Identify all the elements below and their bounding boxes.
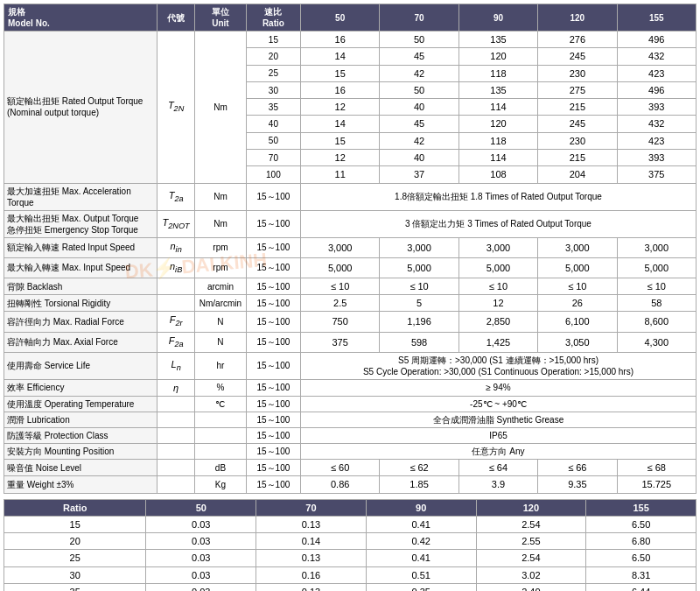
- ratio-25: 25: [246, 65, 300, 81]
- bottom-header-120: 120: [476, 499, 586, 516]
- header-120: 120: [538, 4, 617, 32]
- efficiency-value: ≥ 94%: [300, 379, 696, 396]
- axial-force-label: 容許軸向力 Max. Axial Force: [4, 332, 158, 352]
- ratio-50: 50: [246, 132, 300, 149]
- table-row: 容許軸向力 Max. Axial Force F2a N 15～100 375 …: [4, 332, 696, 352]
- bottom-table-wrap: Ratio 50 70 90 120 155 15 0.03 0.13 0.41…: [4, 499, 696, 591]
- bottom-ratio-20: 20: [4, 533, 146, 550]
- table-row: 最大加速扭矩 Max. Acceleration Torque T2a Nm 1…: [4, 183, 696, 210]
- main-container: 規格Model No. 代號 單位Unit 速比Ratio 50 70 90 1…: [0, 0, 700, 591]
- cell-15-155: 496: [617, 32, 696, 48]
- bottom-header-50: 50: [146, 499, 256, 516]
- rated-torque-label: 額定輸出扭矩 Rated Output Torque(Nominal outpu…: [4, 32, 158, 184]
- max-accel-value: 1.8倍額定輸出扭矩 1.8 Times of Rated Output Tor…: [300, 183, 696, 210]
- cell-15-120: 276: [538, 32, 617, 48]
- rated-torque-symbol: T2N: [158, 32, 195, 184]
- header-90: 90: [458, 4, 537, 32]
- temp-label: 使用溫度 Operating Temperature: [4, 397, 158, 412]
- header-ratio: 速比Ratio: [246, 4, 300, 32]
- emergency-label: 最大輸出扭矩 Max. Output Torque急停扭矩 Emergency …: [4, 210, 158, 237]
- noise-label: 噪音值 Noise Level: [4, 460, 158, 476]
- table-row: 15 0.03 0.13 0.41 2.54 6.50: [4, 516, 696, 532]
- radial-force-label: 容許徑向力 Max. Radial Force: [4, 312, 158, 332]
- torsional-label: 扭轉剛性 Torsional Rigidity: [4, 295, 158, 312]
- header-50: 50: [300, 4, 379, 32]
- cell-15-90: 135: [458, 32, 537, 48]
- rated-torque-unit: Nm: [195, 32, 247, 184]
- protection-value: IP65: [300, 428, 696, 444]
- table-row: 噪音值 Noise Level dB 15～100 ≤ 60 ≤ 62 ≤ 64…: [4, 460, 696, 476]
- ratio-20: 20: [246, 48, 300, 65]
- table-row: 潤滑 Lubrication 15～100 全合成潤滑油脂 Synthetic …: [4, 412, 696, 428]
- service-life-label: 使用壽命 Service Life: [4, 352, 158, 379]
- efficiency-label: 效率 Efficiency: [4, 379, 158, 396]
- ratio-30: 30: [246, 81, 300, 98]
- temp-value: -25℃ ~ +90℃: [300, 397, 696, 412]
- header-code: 代號: [158, 4, 195, 32]
- spec-table: 規格Model No. 代號 單位Unit 速比Ratio 50 70 90 1…: [4, 4, 696, 494]
- bottom-header-155: 155: [586, 499, 696, 516]
- top-table-wrap: 規格Model No. 代號 單位Unit 速比Ratio 50 70 90 1…: [4, 4, 696, 494]
- header-70: 70: [380, 4, 458, 32]
- table-row: 扭轉剛性 Torsional Rigidity Nm/arcmin 15～100…: [4, 295, 696, 312]
- table-row: 35 0.03 0.13 0.35 2.40 6.44: [4, 584, 696, 591]
- table-row: 防護等級 Protection Class 15～100 IP65: [4, 428, 696, 444]
- bottom-ratio-25: 25: [4, 550, 146, 566]
- bottom-header-70: 70: [256, 499, 367, 516]
- table-row: 容許徑向力 Max. Radial Force F2r N 15～100 750…: [4, 312, 696, 332]
- bottom-ratio-15: 15: [4, 516, 146, 532]
- table-row: 20 0.03 0.14 0.42 2.55 6.80: [4, 533, 696, 550]
- table-row: 重量 Weight ±3% Kg 15～100 0.86 1.85 3.9 9.…: [4, 476, 696, 493]
- mounting-label: 安裝方向 Mounting Position: [4, 444, 158, 460]
- bottom-ratio-35: 35: [4, 584, 146, 591]
- header-unit: 單位Unit: [195, 4, 247, 32]
- cell-15-50: 16: [300, 32, 379, 48]
- weight-label: 重量 Weight ±3%: [4, 476, 158, 493]
- table-row: 使用溫度 Operating Temperature ℃ 15～100 -25℃…: [4, 397, 696, 412]
- ratio-15: 15: [246, 32, 300, 48]
- rated-input-speed-label: 額定輸入轉速 Rated Input Speed: [4, 237, 158, 257]
- bottom-ratio-30: 30: [4, 566, 146, 583]
- bottom-header-90: 90: [366, 499, 476, 516]
- table-row: 額定輸入轉速 Rated Input Speed nin rpm 15～100 …: [4, 237, 696, 257]
- ratio-35: 35: [246, 99, 300, 116]
- backlash-label: 背隙 Backlash: [4, 278, 158, 294]
- table-row: 30 0.03 0.16 0.51 3.02 8.31: [4, 566, 696, 583]
- header-spec: 規格Model No.: [4, 4, 158, 32]
- protection-label: 防護等級 Protection Class: [4, 428, 158, 444]
- bottom-header-ratio: Ratio: [4, 499, 146, 516]
- table-row: 額定輸出扭矩 Rated Output Torque(Nominal outpu…: [4, 32, 696, 48]
- table-row: 最大輸入轉速 Max. Input Speed niB rpm 15～100 5…: [4, 257, 696, 278]
- mounting-value: 任意方向 Any: [300, 444, 696, 460]
- table-row: 最大輸出扭矩 Max. Output Torque急停扭矩 Emergency …: [4, 210, 696, 237]
- ratio-40: 40: [246, 116, 300, 132]
- service-life-value: S5 周期運轉：>30,000 (S1 連續運轉：>15,000 hrs)S5 …: [300, 352, 696, 379]
- ratio-70: 70: [246, 150, 300, 166]
- max-accel-label: 最大加速扭矩 Max. Acceleration Torque: [4, 183, 158, 210]
- emergency-value: 3 倍額定出力矩 3 Times of Rated Output Torque: [300, 210, 696, 237]
- lubrication-label: 潤滑 Lubrication: [4, 412, 158, 428]
- lubrication-value: 全合成潤滑油脂 Synthetic Grease: [300, 412, 696, 428]
- table-row: 背隙 Backlash arcmin 15～100 ≤ 10 ≤ 10 ≤ 10…: [4, 278, 696, 294]
- table-row: 使用壽命 Service Life Ln hr 15～100 S5 周期運轉：>…: [4, 352, 696, 379]
- input-speed-table: Ratio 50 70 90 120 155 15 0.03 0.13 0.41…: [4, 499, 696, 591]
- max-input-speed-label: 最大輸入轉速 Max. Input Speed: [4, 257, 158, 278]
- table-row: 效率 Efficiency η % 15～100 ≥ 94%: [4, 379, 696, 396]
- cell-15-70: 50: [380, 32, 458, 48]
- table-row: 安裝方向 Mounting Position 15～100 任意方向 Any: [4, 444, 696, 460]
- table-row: 25 0.03 0.13 0.41 2.54 6.50: [4, 550, 696, 566]
- header-155: 155: [617, 4, 696, 32]
- ratio-100: 100: [246, 166, 300, 183]
